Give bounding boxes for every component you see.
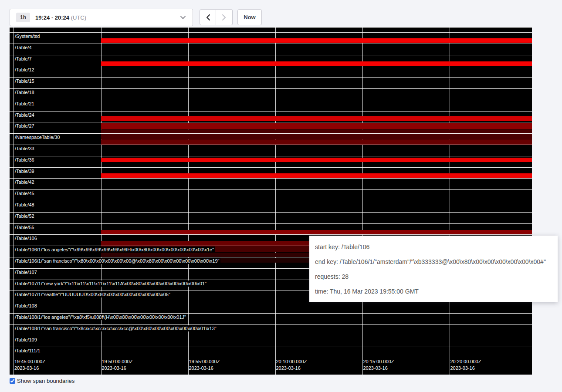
span-boundary-line (10, 347, 532, 347)
key-span-label: /Table/4 (14, 44, 33, 51)
heat-band[interactable] (101, 116, 532, 121)
x-axis-tick: 19:50:00.000Z2023-03-16 (102, 358, 133, 372)
tick-time: 19:45:00.000Z (14, 358, 45, 365)
key-span-label: /Table/108/1/"los angeles"/"\xa8\xf5\u00… (14, 314, 187, 320)
span-boundary-line (10, 111, 532, 112)
key-span-label: /Table/52 (14, 213, 35, 219)
show-span-boundaries-control[interactable]: Show span boundaries (10, 378, 74, 384)
key-span-label: /Table/48 (14, 202, 35, 208)
key-span-label: /Table/12 (14, 67, 35, 73)
show-span-boundaries-checkbox[interactable] (10, 378, 15, 384)
show-span-boundaries-label: Show span boundaries (17, 378, 74, 384)
span-boundary-line (10, 223, 532, 224)
span-boundary-line (10, 167, 532, 168)
span-boundary-line (10, 201, 532, 201)
key-span-label: /Table/24 (14, 112, 35, 118)
time-range-value: 19:24 - 20:24 (35, 14, 69, 21)
now-button[interactable]: Now (237, 9, 262, 25)
chevron-down-icon (180, 16, 186, 19)
time-nav-group (200, 9, 233, 25)
key-span-label: /Table/45 (14, 190, 35, 196)
key-span-label: /Table/111/1 (14, 348, 41, 354)
key-span-label: /System/tsd (14, 33, 41, 39)
x-axis-tick: 19:45:00.000Z2023-03-16 (14, 358, 45, 372)
duration-badge: 1h (16, 13, 30, 22)
tick-date: 2023-03-16 (276, 365, 307, 372)
span-boundary-line (10, 122, 532, 122)
span-boundary-line (10, 32, 532, 33)
span-boundary-line (10, 88, 532, 89)
heat-band[interactable] (101, 129, 532, 139)
tick-date: 2023-03-16 (363, 365, 394, 372)
x-axis-tick: 20:10:00.000Z2023-03-16 (276, 358, 307, 372)
key-span-label: /Table/109 (14, 337, 38, 343)
tick-date: 2023-03-16 (14, 365, 45, 372)
tooltip-time: time: Thu, 16 Mar 2023 19:55:00 GMT (315, 284, 552, 299)
time-range-select[interactable]: 1h 19:24 - 20:24 (UTC) (10, 9, 193, 26)
tooltip-end-key: end key: /Table/106/1/"amsterdam"/"\xb33… (315, 254, 552, 269)
key-span-label: /NamespaceTable/30 (14, 134, 61, 140)
span-boundary-line (10, 145, 532, 145)
next-range-button[interactable] (216, 9, 233, 25)
key-span-label: /Table/18 (14, 89, 35, 95)
prev-range-button[interactable] (200, 9, 216, 25)
chevron-left-icon (206, 14, 210, 20)
span-boundary-line (10, 77, 532, 78)
bucket-tooltip: start key: /Table/106 end key: /Table/10… (309, 236, 558, 302)
tick-time: 19:55:00.000Z (189, 358, 220, 365)
span-boundary-line (10, 313, 532, 314)
x-axis-tick: 19:55:00.000Z2023-03-16 (189, 358, 220, 372)
key-span-label: /Table/36 (14, 157, 35, 163)
key-span-label: /Table/39 (14, 168, 35, 174)
key-span-label: /Table/108/1/"san francisco"/"\x8c\xcc\x… (14, 325, 217, 331)
tick-time: 20:20:00.000Z (450, 358, 481, 365)
heat-band[interactable] (101, 38, 532, 43)
key-span-label: /Table/42 (14, 179, 35, 185)
span-boundary-line (10, 156, 532, 156)
tick-time: 20:10:00.000Z (276, 358, 307, 365)
key-span-label: /Table/107/1/"seattle"/"UUUUUUD\x00\x80\… (14, 291, 171, 297)
tick-time: 19:50:00.000Z (102, 358, 133, 365)
heat-band[interactable] (101, 173, 532, 178)
key-span-label: /Table/106 (14, 235, 38, 241)
key-span-label: /Table/107/1/"new york"/"\x11\x11\x11\x1… (14, 280, 207, 287)
heat-band[interactable] (101, 61, 532, 66)
tick-date: 2023-03-16 (102, 365, 133, 372)
span-boundary-line (10, 212, 532, 213)
heat-band[interactable] (101, 139, 532, 145)
span-boundary-line (10, 66, 532, 66)
key-span-label: /Table/33 (14, 145, 35, 152)
span-boundary-line (10, 234, 532, 235)
key-span-label: /Table/106/1/"san francisco"/"\x80\x00\x… (14, 258, 220, 264)
heat-band[interactable] (101, 123, 532, 129)
span-boundary-line (10, 55, 532, 55)
span-boundary-line (10, 189, 532, 190)
heat-band[interactable] (101, 158, 532, 162)
key-span-label: /Table/55 (14, 224, 35, 230)
x-axis-tick: 20:20:00.000Z2023-03-16 (450, 358, 481, 372)
key-span-label: /Table/21 (14, 101, 35, 107)
timezone-label: (UTC) (71, 14, 86, 21)
key-span-label: /Table/7 (14, 56, 33, 62)
span-boundary-line (10, 27, 532, 28)
tick-time: 20:15:00.000Z (363, 358, 394, 365)
span-boundary-line (10, 133, 532, 134)
span-boundary-line (10, 324, 532, 325)
span-boundary-line (10, 100, 532, 100)
span-boundary-line (10, 44, 532, 44)
span-boundary-line (10, 178, 532, 179)
tick-date: 2023-03-16 (189, 365, 220, 372)
key-span-label: /Table/107 (14, 269, 38, 275)
tick-date: 2023-03-16 (450, 365, 481, 372)
tooltip-start-key: start key: /Table/106 (315, 240, 552, 254)
chevron-right-icon (222, 14, 226, 20)
x-axis-tick: 20:15:00.000Z2023-03-16 (363, 358, 394, 372)
heat-band[interactable] (101, 230, 532, 234)
tooltip-requests: requests: 28 (315, 269, 552, 284)
key-visualizer-canvas[interactable]: /System/tsd/Table/4/Table/7/Table/12/Tab… (10, 27, 532, 375)
span-boundary-line (10, 336, 532, 336)
key-span-label: /Table/15 (14, 78, 35, 84)
key-span-label: /Table/108 (14, 303, 38, 309)
time-range-label: 19:24 - 20:24 (UTC) (35, 14, 86, 21)
key-span-label: /Table/27 (14, 123, 35, 129)
